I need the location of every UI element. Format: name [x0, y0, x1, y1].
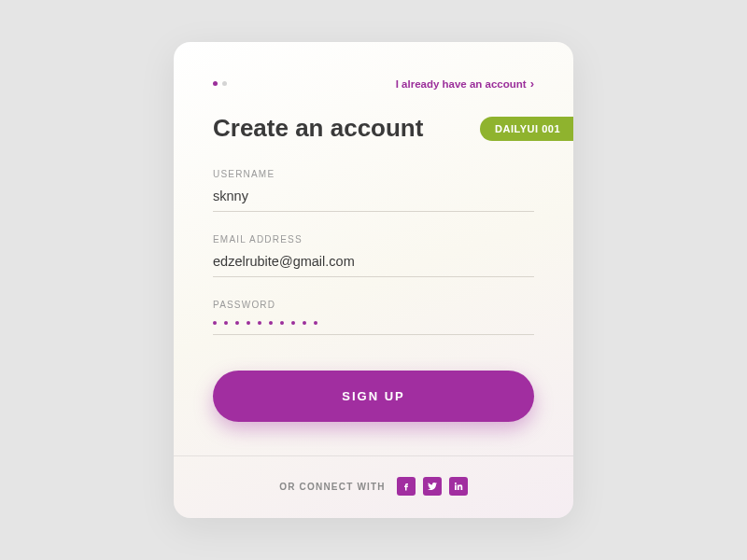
login-link[interactable]: I already have an account › — [396, 77, 534, 90]
chevron-right-icon: › — [530, 77, 534, 90]
facebook-icon[interactable] — [397, 477, 416, 496]
email-label: EMAIL ADDRESS — [213, 234, 534, 245]
social-row: OR CONNECT WITH — [174, 456, 573, 518]
step-dot-2 — [222, 81, 227, 86]
username-input[interactable] — [213, 185, 534, 212]
dailyui-badge: DAILYUI 001 — [480, 117, 573, 141]
twitter-icon[interactable] — [423, 477, 442, 496]
email-input[interactable] — [213, 250, 534, 277]
password-label: PASSWORD — [213, 300, 534, 310]
signup-button[interactable]: SIGN UP — [213, 371, 534, 422]
username-label: USERNAME — [213, 169, 534, 179]
password-input[interactable] — [213, 315, 534, 335]
username-field: USERNAME — [213, 169, 534, 212]
step-dot-1 — [213, 81, 218, 86]
login-link-label: I already have an account — [396, 78, 527, 90]
password-field: PASSWORD — [213, 300, 534, 335]
linkedin-icon[interactable] — [449, 477, 468, 496]
step-dots — [213, 81, 227, 86]
social-label: OR CONNECT WITH — [279, 482, 386, 492]
page-title: Create an account — [213, 114, 423, 143]
signup-card: I already have an account › Create an ac… — [174, 42, 573, 518]
email-field: EMAIL ADDRESS — [213, 234, 534, 277]
top-row: I already have an account › — [213, 77, 534, 90]
